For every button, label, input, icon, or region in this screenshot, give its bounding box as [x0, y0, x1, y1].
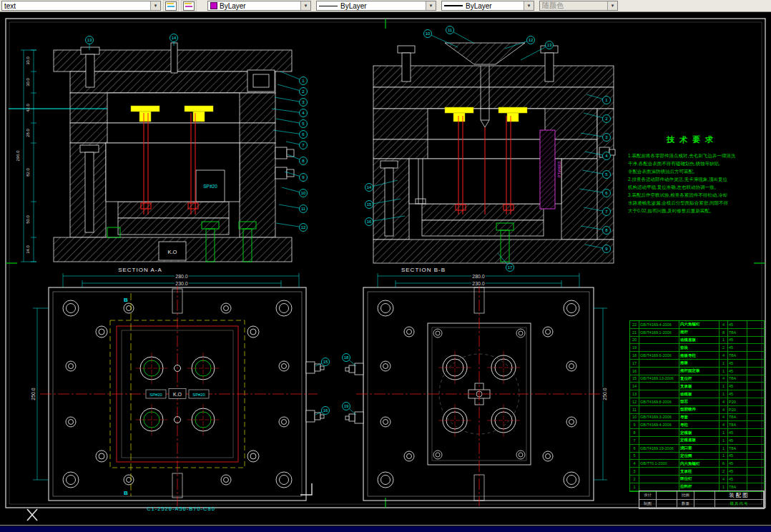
svg-text:16: 16 — [367, 220, 372, 224]
parts-table-cell: 10 — [630, 414, 639, 422]
parts-table-cell — [747, 337, 764, 345]
plate-thickness-dim: 28.0 — [26, 129, 30, 137]
lineweight-sample-icon — [444, 5, 463, 6]
parts-table-row: 12GB/T4169.8-2006型芯4P20 — [630, 398, 764, 406]
tech-requirement-line: 非配合表面涂防锈油后方可装配。 — [628, 167, 757, 175]
parts-table-cell — [747, 390, 764, 398]
parts-table-row: 9GB/T4169.4-2006导柱4T8A — [630, 421, 764, 429]
parts-table-cell: 5 — [630, 453, 639, 460]
parts-table-cell — [639, 483, 679, 491]
chevron-down-icon[interactable]: ▼ — [150, 1, 160, 10]
parts-table-cell: 8 — [630, 429, 639, 437]
parts-table-cell: GB/T4169.4-2006 — [639, 421, 679, 429]
parts-table-cell: 4 — [630, 460, 639, 468]
parts-table-cell — [639, 453, 679, 460]
text-style-combo[interactable]: text ▼ — [1, 1, 161, 11]
parts-table-cell: GB/T4169.8-2006 — [639, 398, 679, 406]
parts-table-cell: 4 — [720, 421, 728, 429]
parts-table-cell: 1 — [720, 483, 728, 491]
parts-table-cell: 1 — [630, 483, 639, 491]
section-marker-bottom: B — [124, 490, 128, 496]
parts-table-cell: 6 — [630, 445, 639, 453]
parts-list-table: 22GB/T4169.4-2006内六角螺钉44521GB/T4169.1-20… — [629, 320, 765, 492]
parts-table-cell: 21 — [630, 329, 639, 337]
support-pillar-label: SP#20 — [203, 184, 217, 189]
layer-manager-button[interactable] — [163, 0, 179, 11]
svg-text:12: 12 — [529, 38, 534, 42]
parts-table-cell: 3 — [630, 468, 639, 476]
title-block-cell — [694, 491, 715, 500]
parts-table-cell: 2 — [720, 344, 728, 352]
svg-text:15: 15 — [323, 360, 328, 364]
parts-table-row: 20动模座板145 — [630, 337, 764, 345]
parts-table-cell: 1 — [720, 437, 728, 445]
parts-table-cell: 45 — [728, 321, 747, 329]
bottom-strip — [0, 526, 771, 532]
parts-table-cell — [639, 383, 679, 390]
title-block-cell — [694, 500, 715, 508]
layer-states-button[interactable] — [181, 0, 197, 11]
parts-table-cell: 1 — [720, 383, 728, 390]
parts-table-cell: 13 — [630, 390, 639, 398]
chevron-down-icon[interactable]: ▼ — [300, 1, 310, 10]
parts-table-cell — [747, 414, 764, 422]
svg-text:11: 11 — [448, 28, 453, 32]
parts-table-row: 22GB/T4169.4-2006内六角螺钉445 — [630, 321, 764, 329]
parts-table-cell: 定模板 — [679, 429, 720, 437]
center-labels: SP#20 SP#20 K.O — [146, 389, 209, 399]
chevron-down-icon[interactable]: ▼ — [524, 1, 534, 10]
parts-table-cell — [639, 437, 679, 445]
parts-table-cell — [747, 368, 764, 375]
tech-requirement-line: 水路通畅无渗漏,合模后分型面贴合紧密,间隙不得 — [628, 199, 757, 207]
parts-table-cell: 4 — [720, 414, 728, 422]
parts-table-cell: GB/T4169.19-2006 — [639, 445, 679, 453]
plate-thickness-dim: 30.0 — [26, 78, 30, 87]
parts-table-cell: 16 — [630, 368, 639, 375]
parts-table-row: 16推杆固定板145 — [630, 368, 764, 375]
technical-requirements: 技术要求 1.装配前将各零部件清点核对,去毛刺飞边并一律清洗干净,各配合表面不得… — [628, 134, 757, 215]
parts-table-cell: 45 — [728, 360, 747, 368]
dim-250-left-plan: 250.0 — [31, 388, 36, 400]
parts-table-cell — [747, 360, 764, 368]
title-block-scale-label: 比例 — [677, 491, 694, 500]
parts-table-cell — [639, 337, 679, 345]
parts-table-cell: 12 — [630, 398, 639, 406]
angle-pin-label: PT#0603 — [557, 162, 561, 177]
parts-table-cell: 45 — [728, 337, 747, 345]
parts-table-cell: T8A — [728, 352, 747, 360]
parts-table-cell: 1 — [720, 445, 728, 453]
parts-table-cell: 45 — [728, 429, 747, 437]
parts-table-cell — [747, 406, 764, 414]
parts-table-cell: T8A — [728, 414, 747, 422]
parts-table-cell: 22 — [630, 321, 639, 329]
parts-table-row: 8定模板145 — [630, 429, 764, 437]
parts-table-cell — [747, 321, 764, 329]
parts-table-cell: 动模板 — [679, 390, 720, 398]
tech-requirement-line: 机构运动平稳,复位准确,左右联动协调一致。 — [628, 183, 757, 191]
parts-table-cell: 11 — [630, 406, 639, 414]
parts-table-cell: 1 — [720, 429, 728, 437]
parts-table-cell: 45 — [728, 453, 747, 460]
plate-thickness-dim: 50.0 — [26, 215, 30, 224]
chevron-down-icon[interactable]: ▼ — [426, 1, 436, 10]
parts-table-cell — [747, 383, 764, 390]
parts-table-cell — [747, 421, 764, 429]
section-a-title: SECTION A-A — [118, 267, 162, 273]
linetype-combo[interactable]: ByLayer ▼ — [316, 1, 436, 11]
color-combo[interactable]: ByLayer ▼ — [207, 1, 311, 11]
dim-230-left-plan: 230.0 — [175, 281, 188, 286]
parts-table-cell — [639, 429, 679, 437]
parts-table-cell: 推板导柱 — [679, 352, 720, 360]
parts-table-cell: 定位圈 — [679, 453, 720, 460]
parts-table-row: 6GB/T4169.19-2006浇口套1T8A — [630, 445, 764, 453]
parts-table-cell: 45 — [728, 476, 747, 483]
svg-text:11: 11 — [301, 207, 306, 211]
svg-text:17: 17 — [508, 265, 513, 270]
parts-table-cell: 限位钉 — [679, 476, 720, 483]
parts-table-cell: 45 — [728, 437, 747, 445]
text-style-value: text — [4, 2, 16, 10]
lineweight-combo[interactable]: ByLayer ▼ — [441, 1, 534, 11]
parts-table-cell — [747, 476, 764, 483]
dim-230-right-plan: 230.0 — [472, 281, 485, 286]
parts-table-cell — [747, 375, 764, 383]
